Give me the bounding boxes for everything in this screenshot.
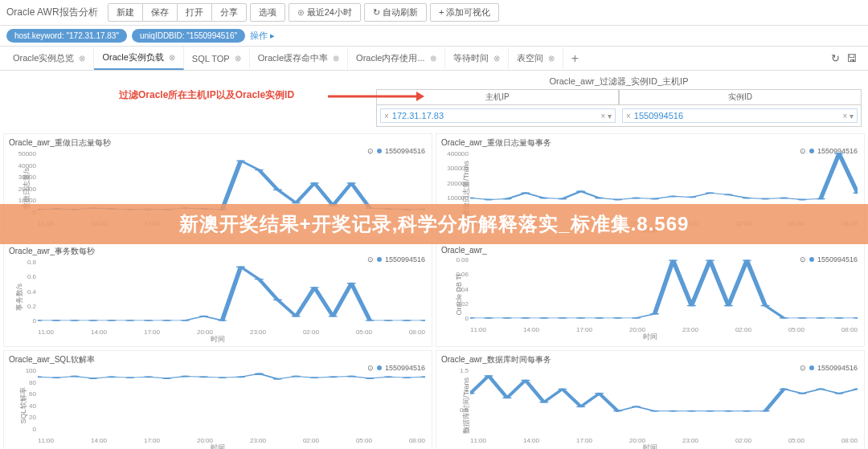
tab-overview[interactable]: Oracle实例总览⊗ <box>5 47 94 69</box>
svg-point-100 <box>218 377 227 378</box>
svg-point-92 <box>70 375 80 377</box>
svg-point-27 <box>521 192 530 194</box>
close-icon[interactable]: ⊗ <box>235 54 241 63</box>
charts-grid: Oracle_awr_重做日志量每秒 ⊙1550994516 重做日志量/s 5… <box>0 130 868 449</box>
tab-tablespace[interactable]: 表空间⊗ <box>509 47 563 69</box>
svg-point-66 <box>402 320 411 321</box>
chart-panel: Oracle_awr_事务数每秒 ⊙1550994516 事务数/s 0.80.… <box>3 242 432 347</box>
chart-panel: Oracle_awr_ ⊙1550994516 Oracle DB Ti 0.0… <box>436 242 865 347</box>
add-tab-button[interactable]: + <box>563 48 587 69</box>
svg-point-93 <box>88 378 98 379</box>
plot-area[interactable] <box>470 256 858 322</box>
svg-point-38 <box>724 194 734 195</box>
svg-point-77 <box>632 317 641 319</box>
svg-marker-1 <box>416 92 424 101</box>
svg-point-62 <box>328 316 338 317</box>
close-icon[interactable]: ⊗ <box>333 54 339 63</box>
svg-point-76 <box>613 317 623 319</box>
filter-pill-dbid[interactable]: uniqIDDBID: "1550994516" <box>132 29 245 43</box>
svg-point-45 <box>853 192 858 194</box>
svg-point-50 <box>107 320 117 321</box>
close-icon[interactable]: ⊗ <box>493 54 500 63</box>
svg-point-26 <box>502 198 512 199</box>
svg-point-98 <box>181 375 190 377</box>
autorefresh-button[interactable]: ↻ 自动刷新 <box>364 3 427 22</box>
annotation-text: 过滤Oracle所在主机IP以及Oracle实例ID <box>119 88 294 102</box>
tab-bar: Oracle实例总览⊗ Oracle实例负载⊗ SQL TOP⊗ Oracle缓… <box>0 47 868 71</box>
y-axis-ticks: 0.080.060.040.020 <box>446 256 469 322</box>
tab-label: SQL TOP <box>192 54 230 63</box>
svg-point-125 <box>706 410 715 412</box>
host-ip-input[interactable] <box>392 111 598 120</box>
svg-point-78 <box>650 313 660 315</box>
filter-action-link[interactable]: 操作 ▸ <box>250 30 275 42</box>
svg-point-120 <box>613 410 623 412</box>
svg-point-74 <box>576 317 586 319</box>
options-button[interactable]: 选项 <box>250 3 285 22</box>
overlay-banner: 新澳开奖结果+开奖记录,科学分析解释落实_标准集.8.569 <box>0 204 868 244</box>
tab-label: Oracle实例负载 <box>102 51 163 63</box>
add-visualization-button[interactable]: + 添加可视化 <box>430 3 499 22</box>
svg-point-40 <box>760 198 770 199</box>
svg-point-67 <box>420 320 425 321</box>
tab-memory[interactable]: Oracle内存使用...⊗ <box>348 47 445 69</box>
y-axis-ticks: 100806040200 <box>14 367 36 433</box>
svg-point-55 <box>199 316 209 317</box>
save-button[interactable]: 保存 <box>142 3 178 22</box>
save-icon[interactable]: 🖫 <box>846 52 857 64</box>
svg-point-75 <box>595 317 604 319</box>
filter-col2-label: 实例ID <box>619 89 862 104</box>
svg-point-54 <box>181 320 190 321</box>
svg-point-31 <box>595 197 604 198</box>
tab-sqltop[interactable]: SQL TOP⊗ <box>184 49 250 68</box>
svg-point-33 <box>632 197 641 198</box>
filter-pill-host[interactable]: host.keyword: "172.31.17.83" <box>6 29 127 43</box>
svg-point-104 <box>292 375 301 377</box>
chart-title: Oracle_awr_ <box>438 244 862 256</box>
open-button[interactable]: 打开 <box>177 3 212 22</box>
refresh-icon[interactable]: ↻ <box>831 52 840 64</box>
tab-wait[interactable]: 等待时间⊗ <box>445 47 509 69</box>
svg-point-114 <box>502 397 512 398</box>
svg-point-73 <box>558 317 567 319</box>
tab-load[interactable]: Oracle实例负载⊗ <box>94 47 183 70</box>
new-button[interactable]: 新建 <box>108 3 143 22</box>
svg-point-119 <box>595 393 604 394</box>
svg-point-113 <box>484 375 493 377</box>
close-icon[interactable]: ⊗ <box>169 53 175 62</box>
instance-id-input-wrap: × × ▾ <box>622 108 858 123</box>
plot-area[interactable] <box>38 259 425 325</box>
close-icon[interactable]: ⊗ <box>79 54 85 63</box>
svg-point-13 <box>236 160 246 161</box>
svg-point-109 <box>383 376 393 378</box>
svg-point-85 <box>779 317 788 319</box>
tab-label: 表空间 <box>517 52 543 64</box>
svg-point-97 <box>162 378 172 379</box>
svg-point-99 <box>199 376 209 378</box>
tab-cache[interactable]: Oracle缓存命中率⊗ <box>250 47 348 69</box>
dropdown-icon[interactable]: × ▾ <box>600 112 612 120</box>
toolbar-right: ↻ 🖫 <box>831 52 863 64</box>
svg-point-80 <box>687 305 697 307</box>
plot-area[interactable] <box>38 367 425 433</box>
y-axis-ticks: 0.80.60.40.20 <box>14 259 36 325</box>
svg-point-122 <box>650 410 660 412</box>
svg-point-107 <box>346 375 356 377</box>
dropdown-icon[interactable]: × ▾ <box>842 112 854 120</box>
instance-id-input[interactable] <box>634 111 840 120</box>
clear-icon[interactable]: × <box>626 112 631 120</box>
share-button[interactable]: 分享 <box>211 3 247 22</box>
svg-point-124 <box>687 410 697 412</box>
svg-point-34 <box>650 198 660 199</box>
svg-point-17 <box>310 182 320 184</box>
svg-point-52 <box>144 320 154 321</box>
svg-point-116 <box>539 402 549 403</box>
svg-point-130 <box>797 393 807 394</box>
close-icon[interactable]: ⊗ <box>548 54 555 63</box>
host-ip-input-wrap: × × ▾ <box>380 108 616 123</box>
timerange-button[interactable]: ⊙ 最近24小时 <box>289 3 361 22</box>
close-icon[interactable]: ⊗ <box>430 54 436 63</box>
plot-area[interactable] <box>470 367 858 433</box>
clear-icon[interactable]: × <box>384 112 389 120</box>
svg-point-126 <box>724 410 734 412</box>
